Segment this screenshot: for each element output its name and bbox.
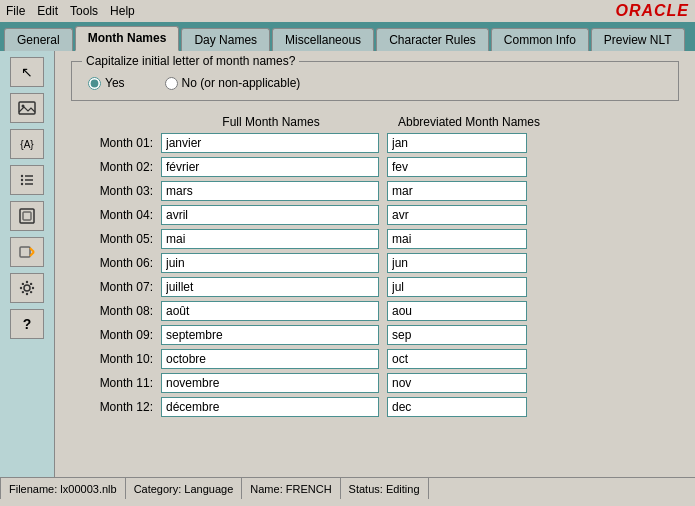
month-abbr-input-10[interactable] (387, 349, 527, 369)
svg-point-20 (30, 283, 32, 285)
month-full-input-5[interactable] (161, 229, 379, 249)
svg-point-17 (32, 287, 34, 289)
table-row: Month 05: (71, 229, 679, 249)
no-radio[interactable] (165, 77, 178, 90)
month-label-8: Month 08: (71, 304, 161, 318)
status-bar: Filename: lx00003.nlb Category: Language… (0, 477, 695, 499)
table-row: Month 07: (71, 277, 679, 297)
month-abbr-input-9[interactable] (387, 325, 527, 345)
list-icon[interactable] (10, 165, 44, 195)
full-month-header: Full Month Names (161, 115, 381, 129)
capitalize-group: Capitalize initial letter of month names… (71, 61, 679, 101)
menu-tools[interactable]: Tools (70, 4, 98, 18)
no-label[interactable]: No (or non-applicable) (182, 76, 301, 90)
capitalize-radio-row: Yes No (or non-applicable) (88, 76, 662, 90)
month-full-input-8[interactable] (161, 301, 379, 321)
month-full-input-6[interactable] (161, 253, 379, 273)
svg-rect-8 (20, 209, 34, 223)
month-label-3: Month 03: (71, 184, 161, 198)
table-row: Month 03: (71, 181, 679, 201)
tab-general[interactable]: General (4, 28, 73, 51)
month-label-11: Month 11: (71, 376, 161, 390)
table-row: Month 11: (71, 373, 679, 393)
month-rows-container: Month 01:Month 02:Month 03:Month 04:Mont… (71, 133, 679, 417)
svg-rect-0 (19, 102, 35, 114)
brackets-icon[interactable]: {A} (10, 129, 44, 159)
svg-point-14 (26, 281, 28, 283)
month-full-input-3[interactable] (161, 181, 379, 201)
month-full-input-11[interactable] (161, 373, 379, 393)
tag-icon[interactable] (10, 237, 44, 267)
svg-point-18 (22, 283, 24, 285)
month-full-input-9[interactable] (161, 325, 379, 345)
svg-point-19 (30, 291, 32, 293)
tab-month-names[interactable]: Month Names (75, 26, 180, 51)
svg-point-6 (21, 183, 23, 185)
tab-day-names[interactable]: Day Names (181, 28, 270, 51)
svg-rect-9 (23, 212, 31, 220)
month-abbr-input-4[interactable] (387, 205, 527, 225)
svg-point-2 (21, 175, 23, 177)
month-label-spacer (71, 115, 161, 129)
month-full-input-4[interactable] (161, 205, 379, 225)
month-full-input-7[interactable] (161, 277, 379, 297)
content-area: Capitalize initial letter of month names… (55, 51, 695, 477)
month-label-5: Month 05: (71, 232, 161, 246)
status-editing: Status: Editing (341, 478, 429, 499)
tab-character-rules[interactable]: Character Rules (376, 28, 489, 51)
menu-file[interactable]: File (6, 4, 25, 18)
table-row: Month 02: (71, 157, 679, 177)
help-icon[interactable]: ? (10, 309, 44, 339)
month-label-4: Month 04: (71, 208, 161, 222)
svg-point-16 (20, 287, 22, 289)
yes-option: Yes (88, 76, 125, 90)
table-row: Month 10: (71, 349, 679, 369)
month-label-1: Month 01: (71, 136, 161, 150)
month-full-input-12[interactable] (161, 397, 379, 417)
no-option: No (or non-applicable) (165, 76, 301, 90)
table-row: Month 06: (71, 253, 679, 273)
svg-point-4 (21, 179, 23, 181)
table-row: Month 09: (71, 325, 679, 345)
month-full-input-1[interactable] (161, 133, 379, 153)
svg-point-13 (24, 285, 30, 291)
status-name: Name: FRENCH (242, 478, 340, 499)
yes-label[interactable]: Yes (105, 76, 125, 90)
table-row: Month 08: (71, 301, 679, 321)
month-abbr-input-11[interactable] (387, 373, 527, 393)
svg-point-15 (26, 293, 28, 295)
month-abbr-input-6[interactable] (387, 253, 527, 273)
tab-miscellaneous[interactable]: Miscellaneous (272, 28, 374, 51)
image-icon[interactable] (10, 93, 44, 123)
tab-common-info[interactable]: Common Info (491, 28, 589, 51)
month-abbr-input-8[interactable] (387, 301, 527, 321)
month-label-12: Month 12: (71, 400, 161, 414)
abbr-month-header: Abbreviated Month Names (389, 115, 549, 129)
month-label-10: Month 10: (71, 352, 161, 366)
month-abbr-input-12[interactable] (387, 397, 527, 417)
status-filename: Filename: lx00003.nlb (0, 478, 126, 499)
month-label-7: Month 07: (71, 280, 161, 294)
tab-bar: General Month Names Day Names Miscellane… (0, 22, 695, 51)
menu-bar: File Edit Tools Help ORACLE (0, 0, 695, 22)
oracle-logo: ORACLE (615, 2, 689, 20)
month-abbr-input-1[interactable] (387, 133, 527, 153)
box-icon[interactable] (10, 201, 44, 231)
table-row: Month 04: (71, 205, 679, 225)
month-full-input-10[interactable] (161, 349, 379, 369)
table-row: Month 12: (71, 397, 679, 417)
gear-icon[interactable] (10, 273, 44, 303)
pointer-icon[interactable]: ↖ (10, 57, 44, 87)
tab-preview-nlt[interactable]: Preview NLT (591, 28, 685, 51)
menu-help[interactable]: Help (110, 4, 135, 18)
month-abbr-input-2[interactable] (387, 157, 527, 177)
month-abbr-input-7[interactable] (387, 277, 527, 297)
month-abbr-input-3[interactable] (387, 181, 527, 201)
capitalize-legend: Capitalize initial letter of month names… (82, 54, 299, 68)
svg-point-21 (22, 291, 24, 293)
menu-edit[interactable]: Edit (37, 4, 58, 18)
month-full-input-2[interactable] (161, 157, 379, 177)
svg-rect-10 (20, 247, 30, 257)
month-abbr-input-5[interactable] (387, 229, 527, 249)
yes-radio[interactable] (88, 77, 101, 90)
